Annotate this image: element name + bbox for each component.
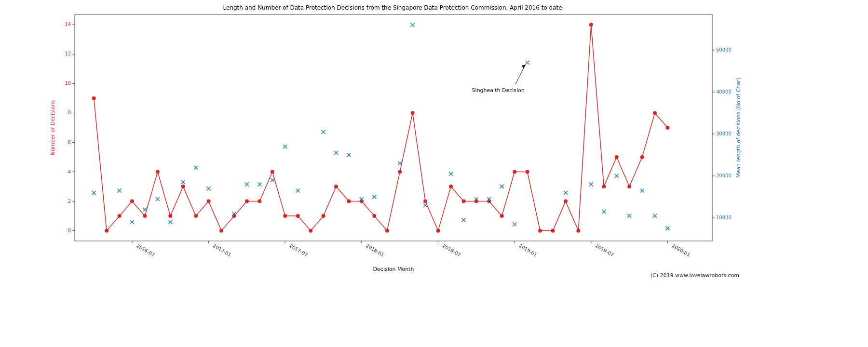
- y-left-tick-label: 6: [68, 140, 71, 145]
- number-of-decisions-point: [602, 185, 606, 188]
- y-left-tick-label: 0: [68, 228, 71, 233]
- number-of-decisions-line: [94, 25, 668, 230]
- number-of-decisions-point: [372, 214, 376, 218]
- number-of-decisions-point: [347, 200, 351, 203]
- y-left-tick-label: 2: [68, 199, 71, 204]
- mean-length-point: [181, 180, 185, 184]
- number-of-decisions-point: [615, 155, 619, 159]
- number-of-decisions-point: [526, 170, 529, 174]
- x-axis-label: Decision Month: [373, 266, 414, 272]
- y-left-tick-label: 12: [65, 51, 71, 56]
- y-right-tick-label: 30000: [716, 131, 732, 136]
- y-right-tick-label: 20000: [716, 173, 732, 178]
- mean-length-point: [207, 187, 211, 190]
- number-of-decisions-point: [551, 229, 555, 233]
- mean-length-point: [194, 166, 198, 170]
- mean-length-point: [143, 208, 147, 212]
- annotation-arrowhead: [522, 65, 526, 68]
- number-of-decisions-point: [296, 214, 300, 218]
- y-left-tick-label: 14: [65, 22, 71, 27]
- y-left-tick-label: 10: [65, 80, 71, 86]
- number-of-decisions-point: [92, 96, 96, 100]
- mean-length-point: [168, 220, 172, 224]
- number-of-decisions-point: [665, 126, 669, 130]
- number-of-decisions-point: [385, 229, 389, 233]
- mean-length-point: [640, 189, 644, 193]
- number-of-decisions-point: [194, 214, 198, 218]
- number-of-decisions-point: [564, 200, 568, 203]
- mean-length-point: [92, 191, 96, 195]
- x-tick-label: 2017-07: [288, 243, 309, 257]
- number-of-decisions-point: [219, 229, 223, 233]
- mean-length-point: [627, 214, 631, 218]
- number-of-decisions-point: [436, 229, 440, 233]
- mean-length-point: [423, 203, 427, 207]
- mean-length-point: [411, 23, 415, 27]
- mean-length-point: [322, 130, 326, 134]
- mean-length-point: [449, 172, 453, 176]
- mean-length-point: [130, 220, 134, 224]
- mean-length-point: [258, 183, 261, 187]
- number-of-decisions-point: [576, 229, 580, 233]
- plot-frame: [75, 14, 712, 241]
- number-of-decisions-point: [156, 170, 160, 174]
- number-of-decisions-point: [398, 170, 402, 174]
- number-of-decisions-point: [640, 155, 644, 159]
- number-of-decisions-point: [500, 214, 504, 218]
- number-of-decisions-point: [449, 185, 453, 188]
- number-of-decisions-point: [118, 214, 122, 218]
- mean-length-point: [602, 210, 606, 214]
- number-of-decisions-point: [143, 214, 147, 218]
- mean-length-point: [296, 189, 300, 193]
- mean-length-point: [526, 61, 529, 65]
- number-of-decisions-point: [283, 214, 287, 218]
- number-of-decisions-point: [334, 185, 338, 188]
- mean-length-point: [283, 145, 287, 148]
- mean-length-point: [615, 174, 619, 178]
- y-left-axis-label: Number of Decisions: [50, 100, 56, 156]
- y-right-tick-label: 40000: [716, 89, 732, 94]
- x-tick-label: 2019-01: [518, 243, 538, 257]
- mean-length-point: [334, 151, 338, 155]
- number-of-decisions-point: [271, 170, 274, 174]
- number-of-decisions-point: [653, 111, 657, 115]
- mean-length-point: [589, 183, 593, 187]
- y-left-tick-label: 8: [68, 110, 71, 115]
- number-of-decisions-point: [322, 214, 326, 218]
- annotation-text: Singhealth Decision: [472, 87, 525, 93]
- number-of-decisions-point: [538, 229, 542, 233]
- number-of-decisions-point: [258, 200, 261, 203]
- dual-axis-chart: Length and Number of Data Protection Dec…: [0, 0, 868, 347]
- x-tick-label: 2020-01: [671, 243, 691, 257]
- mean-length-point: [665, 227, 669, 230]
- mean-length-point: [347, 153, 351, 157]
- mean-length-point: [513, 222, 516, 226]
- x-tick-label: 2019-07: [595, 243, 615, 257]
- y-right-tick-label: 10000: [716, 215, 732, 220]
- chart-title: Length and Number of Data Protection Dec…: [223, 4, 564, 11]
- y-right-tick-label: 50000: [716, 47, 732, 53]
- mean-length-point: [500, 185, 504, 188]
- number-of-decisions-point: [245, 200, 249, 203]
- x-tick-label: 2016-07: [136, 243, 156, 257]
- number-of-decisions-point: [513, 170, 516, 174]
- y-left-tick-label: 4: [68, 169, 71, 174]
- mean-length-point: [372, 195, 376, 199]
- mean-length-point: [156, 197, 160, 201]
- number-of-decisions-point: [627, 185, 631, 188]
- number-of-decisions-point: [309, 229, 312, 233]
- x-tick-label: 2017-01: [212, 243, 232, 257]
- mean-length-point: [653, 214, 657, 218]
- mean-length-point: [118, 189, 122, 193]
- mean-length-point: [398, 161, 402, 165]
- number-of-decisions-point: [461, 200, 465, 203]
- number-of-decisions-point: [181, 185, 185, 188]
- number-of-decisions-point: [130, 200, 134, 203]
- number-of-decisions-point: [207, 200, 211, 203]
- mean-length-point: [564, 191, 568, 195]
- x-tick-label: 2018-01: [365, 243, 385, 257]
- number-of-decisions-point: [423, 200, 427, 203]
- mean-length-point: [461, 218, 465, 222]
- y-right-axis-label: Mean length of decisions (No of Char): [735, 78, 742, 178]
- x-tick-label: 2018-07: [442, 243, 462, 257]
